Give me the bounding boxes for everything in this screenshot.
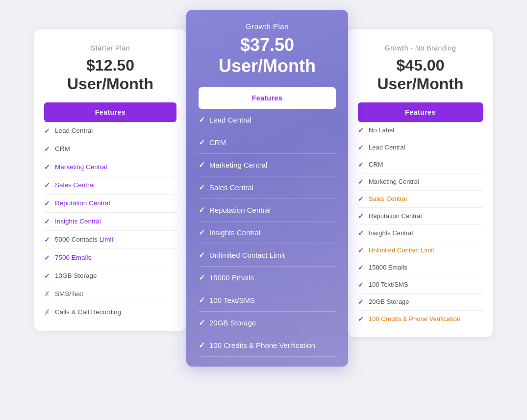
check-icon: ✓ (358, 161, 365, 169)
list-item: ✓ 10GB Storage (44, 267, 176, 285)
check-icon: ✓ (44, 145, 51, 153)
check-icon: ✓ (44, 254, 51, 262)
growth-features-list: ✓ Lead Central ✓ CRM ✓ Marketing Central… (199, 109, 336, 357)
check-icon: ✓ (358, 229, 365, 237)
feature-label: Reputation Central (369, 212, 422, 220)
check-icon: ✓ (199, 341, 205, 350)
list-item: ✓ Reputation Central (44, 195, 176, 213)
list-item: ✓ 5000 Contacts Limit (44, 231, 176, 249)
feature-label: CRM (369, 161, 383, 168)
list-item: ✓ 100 Text/SMS (358, 276, 483, 294)
check-icon: ✓ (199, 318, 205, 327)
starter-features-button[interactable]: Features (44, 102, 176, 122)
feature-label: 20GB Storage (209, 319, 256, 327)
growth-plan-card: Growth Plan $37.50 User/Month Features ✓… (186, 10, 348, 367)
feature-label: SMS/Text (55, 290, 83, 297)
cross-icon: ✗ (44, 308, 51, 316)
cross-icon: ✗ (44, 290, 51, 298)
list-item: ✗ SMS/Text (44, 285, 176, 303)
list-item: ✓ 100 Text/SMS (199, 289, 336, 312)
starter-plan-card: Starter Plan $12.50 User/Month Features … (34, 29, 186, 331)
check-icon: ✓ (44, 272, 51, 280)
list-item: ✓ 100 Credits & Phone Verification (358, 311, 483, 327)
feature-label: 10GB Storage (55, 272, 97, 279)
list-item: ✓ Marketing Central (358, 173, 483, 191)
feature-label: 100 Text/SMS (209, 296, 255, 304)
check-icon: ✓ (199, 138, 205, 147)
check-icon: ✓ (44, 236, 51, 244)
feature-label: CRM (209, 138, 226, 147)
check-icon: ✓ (358, 212, 365, 220)
list-item: ✓ 7500 Emails (44, 249, 176, 267)
plans-container: Starter Plan $12.50 User/Month Features … (5, 10, 522, 367)
list-item: ✓ CRM (358, 156, 483, 173)
check-icon: ✓ (199, 205, 205, 215)
list-item: ✓ Unlimited Contact Limit (358, 242, 483, 259)
feature-label: Sales Central (209, 183, 253, 192)
check-icon: ✓ (358, 281, 365, 289)
feature-label: Marketing Central (55, 163, 107, 171)
feature-label: Calls & Call Recording (55, 308, 121, 316)
list-item: ✓ 100 Credits & Phone Verification (199, 334, 336, 357)
no-branding-plan-card: Growth - No Branding $45.00 User/Month F… (348, 29, 493, 337)
feature-label: 5000 Contacts Limit (55, 236, 113, 243)
list-item: ✓ Insights Central (44, 213, 176, 231)
check-icon: ✓ (358, 247, 365, 254)
growth-features-button[interactable]: Features (199, 87, 336, 109)
check-icon: ✓ (358, 178, 365, 186)
starter-features-list: ✓ Lead Central ✓ CRM ✓ Marketing Central… (44, 122, 176, 321)
feature-label: Marketing Central (369, 178, 419, 185)
check-icon: ✓ (199, 273, 205, 282)
list-item: ✓ Sales Central (358, 191, 483, 208)
feature-label: Insights Central (209, 228, 260, 237)
feature-label: 15000 Emails (209, 273, 254, 282)
starter-plan-subtitle: Starter Plan (44, 44, 176, 52)
feature-label: CRM (55, 145, 70, 152)
feature-label: 7500 Emails (55, 254, 91, 261)
list-item: ✓ No Label (358, 122, 483, 139)
feature-label: Sales Central (55, 181, 95, 189)
growth-plan-price: $37.50 User/Month (199, 34, 336, 76)
check-icon: ✓ (358, 144, 365, 151)
check-icon: ✓ (358, 264, 365, 272)
feature-label: Sales Central (369, 195, 407, 202)
list-item: ✓ Lead Central (199, 109, 336, 131)
feature-label: No Label (369, 126, 394, 134)
check-icon: ✓ (358, 315, 365, 323)
list-item: ✗ Calls & Call Recording (44, 303, 176, 321)
feature-label: Lead Central (369, 144, 405, 151)
feature-label: Insights Central (369, 229, 413, 237)
list-item: ✓ 15000 Emails (358, 259, 483, 276)
check-icon: ✓ (358, 195, 365, 203)
list-item: ✓ Sales Central (199, 176, 336, 199)
feature-label: 100 Credits & Phone Verification (209, 341, 315, 349)
check-icon: ✓ (44, 127, 51, 135)
feature-label: 100 Text/SMS (369, 281, 408, 288)
list-item: ✓ CRM (199, 131, 336, 154)
check-icon: ✓ (199, 228, 205, 237)
check-icon: ✓ (44, 181, 51, 189)
no-branding-plan-subtitle: Growth - No Branding (358, 44, 483, 52)
check-icon: ✓ (199, 296, 205, 305)
check-icon: ✓ (358, 126, 365, 134)
list-item: ✓ 20GB Storage (199, 312, 336, 334)
check-icon: ✓ (199, 115, 205, 124)
list-item: ✓ Lead Central (358, 139, 483, 156)
growth-plan-subtitle: Growth Plan (199, 22, 336, 30)
check-icon: ✓ (199, 250, 205, 260)
check-icon: ✓ (358, 298, 365, 306)
no-branding-features-button[interactable]: Features (358, 102, 483, 122)
list-item: ✓ CRM (44, 140, 176, 158)
list-item: ✓ Reputation Central (199, 199, 336, 222)
feature-label: Unlimited Contact Limit (369, 247, 434, 254)
starter-plan-price: $12.50 User/Month (44, 56, 176, 94)
feature-label: 15000 Emails (369, 264, 407, 271)
check-icon: ✓ (44, 218, 51, 225)
no-branding-features-list: ✓ No Label ✓ Lead Central ✓ CRM ✓ Market… (358, 122, 483, 327)
list-item: ✓ 20GB Storage (358, 294, 483, 311)
list-item: ✓ Marketing Central (44, 158, 176, 176)
list-item: ✓ Lead Central (44, 122, 176, 140)
check-icon: ✓ (199, 183, 205, 192)
check-icon: ✓ (44, 163, 51, 171)
list-item: ✓ Insights Central (199, 222, 336, 244)
